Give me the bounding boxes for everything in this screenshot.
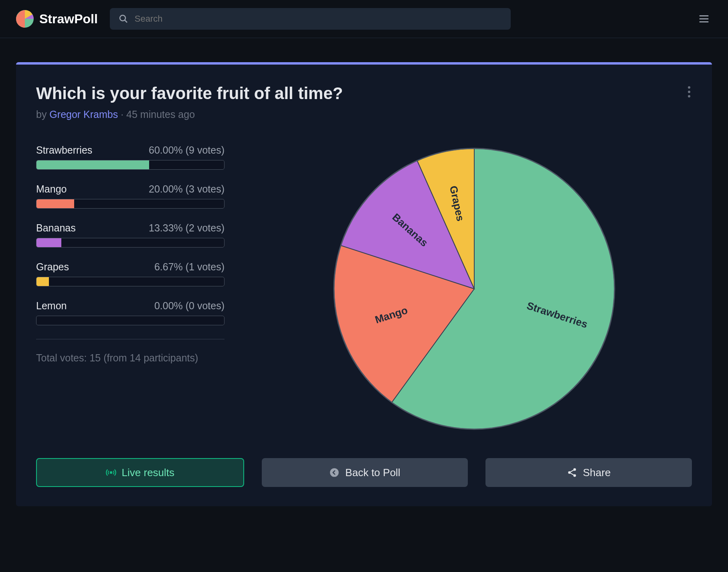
result-bar-fill: [36, 277, 49, 286]
svg-point-9: [568, 471, 571, 474]
live-results-button[interactable]: Live results: [36, 458, 244, 487]
results-list: Strawberries 60.00% (9 votes) Mango 20.0…: [36, 144, 224, 435]
result-label: Grapes: [36, 261, 69, 273]
pie-chart: StrawberriesMangoBananasGrapes: [330, 144, 619, 433]
result-value: 60.00% (9 votes): [149, 144, 224, 156]
svg-point-8: [573, 468, 576, 471]
poll-meta: by Gregor Krambs · 45 minutes ago: [36, 109, 692, 120]
meta-by: by: [36, 109, 49, 120]
result-label: Bananas: [36, 222, 76, 234]
svg-point-7: [330, 468, 339, 477]
action-buttons: Live results Back to Poll Share: [36, 458, 692, 487]
meta-sep: ·: [118, 109, 126, 120]
result-value: 13.33% (2 votes): [149, 222, 224, 234]
total-votes-text: Total votes: 15 (from 14 participants): [36, 351, 224, 366]
result-value: 0.00% (0 votes): [154, 300, 224, 312]
arrow-left-circle-icon: [329, 467, 340, 478]
result-value: 6.67% (1 votes): [154, 261, 224, 273]
poll-time-ago: 45 minutes ago: [126, 109, 195, 120]
result-label: Lemon: [36, 300, 67, 312]
hamburger-icon: [698, 13, 710, 25]
svg-point-10: [573, 474, 576, 477]
result-bar: [36, 277, 224, 286]
brand[interactable]: StrawPoll: [16, 10, 98, 28]
result-label: Mango: [36, 183, 67, 195]
result-bar: [36, 316, 224, 325]
share-icon: [567, 467, 577, 478]
svg-line-11: [570, 470, 574, 472]
result-row: Bananas 13.33% (2 votes): [36, 222, 224, 247]
broadcast-icon: [106, 467, 116, 478]
svg-line-2: [125, 20, 127, 22]
svg-line-12: [570, 473, 574, 475]
hamburger-menu-button[interactable]: [696, 11, 712, 27]
result-row: Mango 20.00% (3 votes): [36, 183, 224, 209]
pie-chart-container: StrawberriesMangoBananasGrapes: [257, 144, 692, 435]
share-button[interactable]: Share: [485, 458, 692, 487]
brand-logo-icon: [16, 10, 34, 28]
result-row: Lemon 0.00% (0 votes): [36, 300, 224, 325]
result-bar-fill: [36, 160, 149, 169]
result-label: Strawberries: [36, 144, 92, 156]
share-label: Share: [583, 467, 611, 479]
back-to-poll-button[interactable]: Back to Poll: [262, 458, 468, 487]
result-bar: [36, 160, 224, 170]
poll-results-card: Which is your favorite fruit of all time…: [16, 62, 712, 506]
result-bar-fill: [36, 199, 74, 208]
poll-author-link[interactable]: Gregor Krambs: [49, 109, 118, 120]
result-value: 20.00% (3 votes): [149, 183, 224, 195]
search-icon: [119, 14, 128, 24]
result-row: Grapes 6.67% (1 votes): [36, 261, 224, 286]
search-bar[interactable]: [110, 8, 511, 30]
app-header: StrawPoll: [0, 0, 728, 38]
result-bar: [36, 199, 224, 209]
poll-title: Which is your favorite fruit of all time…: [36, 84, 692, 103]
live-results-label: Live results: [122, 467, 175, 479]
search-input[interactable]: [135, 14, 502, 24]
result-bar: [36, 238, 224, 247]
svg-point-6: [110, 472, 111, 473]
result-bar-fill: [36, 238, 61, 247]
card-options-button[interactable]: [686, 84, 693, 100]
back-to-poll-label: Back to Poll: [345, 467, 400, 479]
brand-name: StrawPoll: [39, 12, 98, 26]
result-row: Strawberries 60.00% (9 votes): [36, 144, 224, 170]
results-divider: [36, 339, 224, 339]
svg-point-1: [120, 15, 125, 21]
